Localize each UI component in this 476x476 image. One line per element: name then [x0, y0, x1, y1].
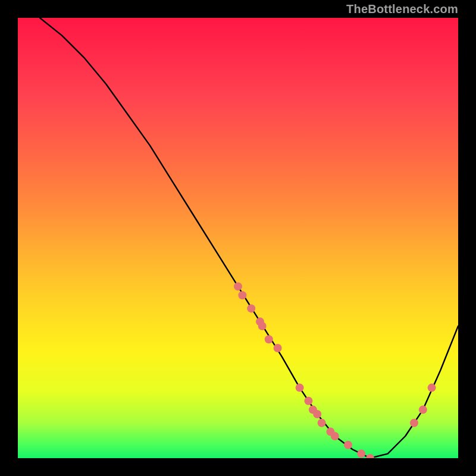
- bottleneck-curve: [40, 18, 458, 458]
- marker-dot: [247, 304, 255, 312]
- highlight-markers: [234, 282, 436, 458]
- marker-dot: [296, 384, 304, 392]
- marker-dot: [428, 384, 436, 392]
- marker-dot: [318, 419, 326, 427]
- marker-dot: [304, 397, 312, 405]
- marker-dot: [258, 322, 267, 330]
- marker-dot: [419, 406, 427, 414]
- marker-dot: [331, 432, 339, 440]
- plot-area: [18, 18, 458, 458]
- marker-dot: [274, 344, 282, 352]
- marker-dot: [234, 282, 242, 290]
- marker-dot: [344, 441, 352, 449]
- chart-svg: [18, 18, 458, 458]
- chart-stage: TheBottleneck.com: [0, 0, 476, 476]
- marker-dot: [313, 410, 321, 418]
- marker-dot: [238, 291, 246, 299]
- marker-dot: [410, 419, 418, 427]
- marker-dot: [366, 454, 374, 458]
- marker-dot: [265, 335, 273, 343]
- watermark-label: TheBottleneck.com: [346, 2, 458, 16]
- marker-dot: [357, 450, 365, 458]
